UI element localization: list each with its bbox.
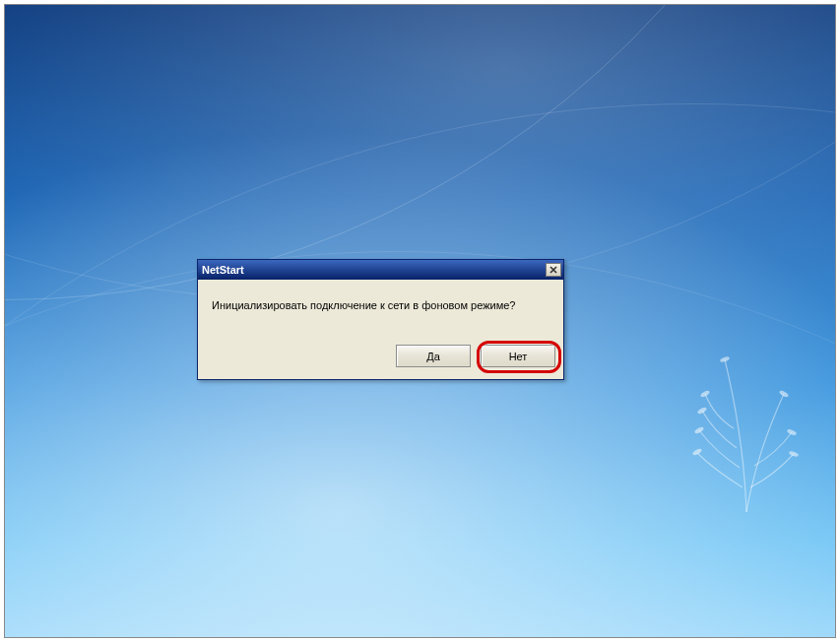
svg-point-1 — [694, 426, 705, 435]
desktop-background: NetStart Инициализировать подключение к … — [5, 5, 835, 637]
dialog-body: Инициализировать подключение к сети в фо… — [198, 280, 563, 345]
svg-point-7 — [787, 428, 798, 436]
dialog-titlebar[interactable]: NetStart — [198, 260, 563, 280]
screenshot-frame: NetStart Инициализировать подключение к … — [4, 4, 836, 638]
svg-point-5 — [779, 390, 790, 399]
no-button[interactable]: Нет — [481, 345, 555, 367]
svg-point-6 — [789, 450, 800, 458]
dialog-window: NetStart Инициализировать подключение к … — [197, 259, 564, 380]
dialog-message: Инициализировать подключение к сети в фо… — [212, 299, 549, 311]
decorative-arc — [4, 4, 836, 300]
svg-point-4 — [720, 355, 731, 363]
close-icon — [549, 266, 557, 274]
svg-point-3 — [700, 390, 711, 399]
dialog-button-row: Да Нет — [198, 345, 563, 379]
svg-point-0 — [692, 448, 703, 457]
yes-button[interactable]: Да — [396, 345, 471, 367]
svg-point-2 — [697, 407, 708, 416]
decorative-plant — [678, 340, 815, 517]
close-button[interactable] — [546, 263, 561, 277]
decorative-arc — [4, 4, 836, 300]
dialog-title: NetStart — [202, 260, 244, 280]
